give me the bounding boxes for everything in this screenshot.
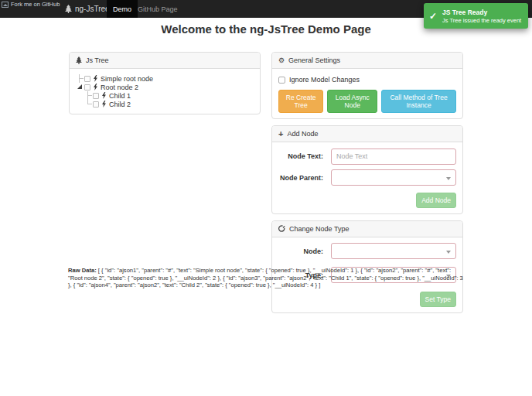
node-text-input[interactable]: [331, 148, 456, 165]
broken-image-icon: [2, 2, 9, 8]
tree-connector: [84, 100, 92, 108]
raw-data-text: [ { "id": "ajson1", "parent": "#", "text…: [68, 267, 463, 288]
fork-me-on-github-link[interactable]: Fork me on GitHub: [2, 1, 60, 8]
node-select-row: Node:: [278, 243, 456, 259]
add-node-panel: + Add Node Node Text: Node Parent:: [271, 125, 463, 214]
add-node-submit-row: Add Node: [278, 192, 456, 208]
general-settings-panel: ⚙ General Settings Ignore Model Changes …: [271, 52, 463, 119]
tree-connector: [76, 74, 84, 83]
brand-label: ng-JsTree: [75, 5, 110, 13]
re-create-tree-button[interactable]: Re Create Tree: [278, 90, 323, 113]
change-node-type-title: Change Node Type: [289, 225, 349, 233]
add-node-button[interactable]: Add Node: [416, 193, 456, 208]
tree-node-label[interactable]: Root node 2: [101, 84, 138, 91]
set-type-submit-row: Set Type: [278, 291, 456, 307]
nav-item-github-page[interactable]: GitHub Page: [131, 0, 184, 18]
left-column: Js Tree Simple root node: [69, 52, 261, 114]
fork-label: Fork me on GitHub: [11, 1, 60, 8]
tree-node-root-2: Root node 2: [76, 83, 254, 91]
bolt-icon: [93, 84, 98, 90]
node-checkbox[interactable]: [93, 101, 99, 108]
load-async-node-button[interactable]: Load Async Node: [327, 90, 377, 113]
tree-indent: [76, 91, 84, 100]
tree-node-child-2: Child 2: [76, 100, 254, 108]
tree-icon: [76, 56, 82, 64]
raw-data-label: Raw Data:: [68, 267, 97, 274]
node-parent-label: Node Parent:: [278, 169, 323, 186]
js-tree-panel-title: Js Tree: [86, 56, 109, 64]
node-parent-select[interactable]: [331, 169, 456, 186]
js-tree-panel-header: Js Tree: [70, 53, 260, 69]
settings-buttons-row: Re Create Tree Load Async Node Call Meth…: [278, 90, 456, 113]
js-tree-panel: Js Tree Simple root node: [69, 52, 261, 114]
gear-icon: ⚙: [278, 57, 285, 64]
add-node-title: Add Node: [287, 130, 318, 138]
bolt-icon: [101, 92, 107, 99]
raw-data: Raw Data: [ { "id": "ajson1", "parent": …: [68, 267, 465, 289]
nav-demo-label: Demo: [113, 5, 131, 13]
tree-node-label[interactable]: Child 2: [109, 101, 131, 108]
node-text-label: Node Text:: [278, 148, 323, 165]
bolt-icon: [101, 101, 107, 108]
tree-node-label[interactable]: Simple root node: [101, 75, 153, 83]
set-type-button[interactable]: Set Type: [420, 292, 456, 307]
ignore-model-changes-checkbox[interactable]: [278, 77, 285, 84]
tree-node-simple-root: Simple root node: [76, 74, 254, 83]
ignore-model-changes-label: Ignore Model Changes: [289, 76, 360, 84]
node-checkbox[interactable]: [84, 76, 90, 82]
node-checkbox[interactable]: [93, 93, 99, 99]
tree-connector: [84, 91, 92, 100]
tree-indent: [76, 100, 84, 108]
page-title: Welcome to the ng-JsTree Demo Page: [0, 22, 532, 36]
general-settings-title: General Settings: [288, 56, 340, 64]
add-node-header: + Add Node: [272, 126, 462, 142]
call-method-button[interactable]: Call Method of Tree Instance: [381, 90, 456, 113]
node-select-label: Node:: [278, 243, 323, 259]
ignore-model-changes-row: Ignore Model Changes: [278, 76, 456, 84]
node-text-row: Node Text:: [278, 148, 456, 165]
plus-icon: +: [278, 130, 283, 138]
bolt-icon: [93, 75, 98, 82]
tree-icon: [65, 5, 72, 13]
change-node-type-header: Change Node Type: [272, 221, 462, 237]
node-parent-row: Node Parent:: [278, 169, 456, 186]
add-node-body: Node Text: Node Parent: Add Node: [272, 142, 462, 213]
general-settings-body: Ignore Model Changes Re Create Tree Load…: [272, 69, 462, 118]
js-tree-body: Simple root node Root node 2: [70, 69, 260, 114]
expand-caret-icon[interactable]: [76, 83, 84, 91]
tree-node-child-1: Child 1: [76, 91, 254, 100]
check-icon: ✓: [429, 12, 437, 21]
edit-circle-icon: [278, 225, 285, 232]
tree-node-label[interactable]: Child 1: [109, 92, 131, 100]
node-select[interactable]: [331, 243, 456, 259]
node-checkbox[interactable]: [84, 84, 90, 90]
toast-title: JS Tree Ready: [442, 9, 521, 17]
navbar-brand[interactable]: ng-JsTree: [65, 0, 110, 18]
general-settings-header: ⚙ General Settings: [272, 53, 462, 69]
nav-github-label: GitHub Page: [138, 5, 178, 13]
